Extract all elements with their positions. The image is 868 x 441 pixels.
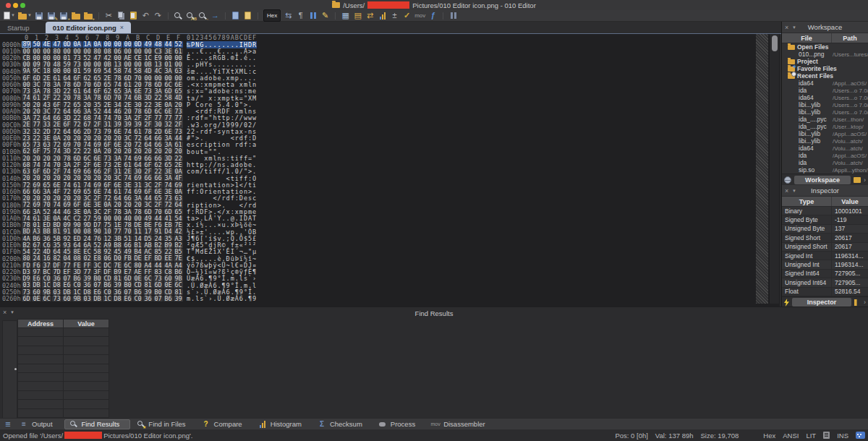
tab-compare[interactable]: ?Compare [197, 419, 252, 429]
hex-byte[interactable]: 39 [82, 275, 92, 281]
hex-byte[interactable]: 6C [143, 275, 153, 281]
hex-mode-button[interactable]: Hex [263, 11, 281, 20]
hex-byte[interactable]: 74 [123, 175, 132, 181]
hex-byte[interactable]: 65 [163, 162, 173, 168]
close-window-button[interactable] [6, 3, 11, 8]
hex-byte[interactable]: E6 [93, 289, 102, 295]
hex-byte[interactable]: 52 [42, 209, 51, 215]
hex-byte[interactable]: 24 [82, 236, 92, 241]
hex-byte[interactable]: B6 [174, 269, 183, 275]
hex-byte[interactable]: B6 [133, 289, 142, 295]
hex-byte[interactable]: 1E [113, 222, 122, 228]
hex-byte[interactable]: 58 [163, 95, 173, 100]
hex-byte[interactable]: 69 [32, 202, 41, 207]
hex-byte[interactable]: 2F [143, 121, 153, 127]
hex-byte[interactable]: 6E [113, 182, 122, 188]
hex-byte[interactable]: 00 [174, 75, 183, 81]
hex-byte[interactable]: D3 [22, 269, 31, 275]
hex-byte[interactable]: 20 [153, 148, 163, 154]
hex-byte[interactable]: 42 [103, 55, 112, 61]
hex-byte[interactable]: 77 [153, 115, 163, 121]
hex-byte[interactable]: 73 [163, 195, 173, 201]
hex-byte[interactable]: 74 [42, 162, 51, 168]
hex-byte[interactable]: B1 [52, 228, 61, 234]
hex-byte[interactable]: 2F [42, 95, 51, 100]
hex-byte[interactable]: 06 [113, 48, 122, 54]
hex-byte[interactable]: 3D [52, 88, 61, 94]
hex-byte[interactable]: 73 [32, 142, 41, 147]
find-results-row[interactable] [17, 382, 109, 390]
hex-byte[interactable]: 49 [143, 215, 153, 221]
hex-byte[interactable]: 90 [93, 228, 102, 234]
tab-startup[interactable]: Startup [0, 22, 37, 33]
hex-byte[interactable]: 6F [32, 148, 41, 154]
hex-byte[interactable]: 2E [103, 102, 112, 108]
tab-disassembler[interactable]: movDisassembler [427, 419, 495, 429]
hex-byte[interactable]: 20 [22, 195, 31, 201]
hex-byte[interactable]: 13 [113, 61, 122, 67]
hex-byte[interactable]: 4F [52, 189, 61, 194]
charset-indicator[interactable]: ANSI [783, 432, 799, 440]
tab-current-file[interactable]: 010 Editor icon.png × [46, 22, 131, 33]
hex-byte[interactable]: 72 [133, 142, 142, 147]
tree-file-item[interactable]: ida/Appl...acOS/ [782, 152, 868, 159]
hex-byte[interactable]: 3D [163, 155, 173, 161]
hex-byte[interactable]: 00 [133, 215, 142, 221]
hex-byte[interactable]: FD [22, 262, 31, 268]
hex-byte[interactable]: 20 [174, 102, 183, 108]
hex-byte[interactable]: 6D [123, 275, 132, 281]
hex-byte[interactable]: 2F [72, 162, 82, 168]
hex-byte[interactable]: 36 [143, 296, 153, 301]
hex-byte[interactable]: 61 [72, 88, 82, 94]
hex-byte[interactable]: 73 [103, 155, 112, 161]
scrollbar-thumb[interactable] [772, 35, 778, 51]
hex-byte[interactable]: 9D [82, 222, 92, 228]
jump-forward-icon[interactable] [243, 11, 252, 20]
hex-byte[interactable]: 72 [163, 202, 173, 207]
hex-byte[interactable]: 83 [153, 269, 163, 275]
hex-byte[interactable]: 01 [163, 61, 173, 67]
hex-byte[interactable]: 00 [93, 61, 102, 67]
hex-byte[interactable]: 3C [143, 202, 153, 207]
hex-byte[interactable]: 52 [93, 108, 102, 114]
hex-byte[interactable]: 61 [123, 162, 132, 168]
hex-byte[interactable]: 00 [72, 228, 82, 234]
hex-byte[interactable]: 20 [123, 108, 132, 114]
hex-byte[interactable]: 4A [163, 262, 173, 268]
hex-byte[interactable]: 91 [62, 228, 72, 234]
hex-byte[interactable]: 66 [153, 155, 163, 161]
hex-byte[interactable]: 20 [52, 195, 61, 201]
hex-byte[interactable]: 65 [42, 182, 51, 188]
hex-byte[interactable]: 66 [72, 129, 82, 134]
hex-byte[interactable]: 0E [163, 282, 173, 288]
hex-byte[interactable]: 81 [113, 275, 122, 281]
hex-byte[interactable]: E7 [123, 269, 132, 275]
hex-row[interactable]: 0260h6D0E6C73609B03DB1CD8E6C03607B639m.l… [0, 296, 780, 302]
hex-byte[interactable]: 65 [72, 102, 82, 108]
column-mode-icon[interactable] [308, 11, 318, 20]
hex-byte[interactable]: 22 [174, 155, 183, 161]
hex-byte[interactable]: 69 [133, 175, 142, 181]
hex-byte[interactable]: 2F [93, 195, 102, 201]
hex-byte[interactable]: 30 [133, 102, 142, 108]
hex-byte[interactable]: 52 [82, 55, 92, 61]
hex-byte[interactable]: 20 [62, 175, 72, 181]
hex-byte[interactable]: 3A [133, 195, 142, 201]
hex-byte[interactable]: 20 [103, 148, 112, 154]
hex-byte[interactable]: BB [42, 228, 51, 234]
hex-byte[interactable]: 39 [113, 121, 122, 127]
hex-byte[interactable]: 10 [103, 228, 112, 234]
hex-byte[interactable]: 01 [32, 222, 41, 228]
hex-byte[interactable]: 09 [62, 222, 72, 228]
hex-byte[interactable]: 20 [22, 175, 31, 181]
hex-byte[interactable]: 66 [72, 108, 82, 114]
hex-byte[interactable]: 74 [123, 95, 132, 100]
hex-byte[interactable]: 20 [52, 155, 61, 161]
inspector-row[interactable]: Signed Int1196314... [782, 252, 868, 260]
hex-byte[interactable]: 9C [32, 68, 41, 74]
hex-byte[interactable]: 60 [32, 289, 41, 295]
hex-byte[interactable]: C3 [153, 48, 163, 54]
hex-byte[interactable]: 3E [153, 102, 163, 108]
hex-byte[interactable]: 59 [82, 68, 92, 74]
hex-byte[interactable]: 20 [32, 108, 41, 114]
